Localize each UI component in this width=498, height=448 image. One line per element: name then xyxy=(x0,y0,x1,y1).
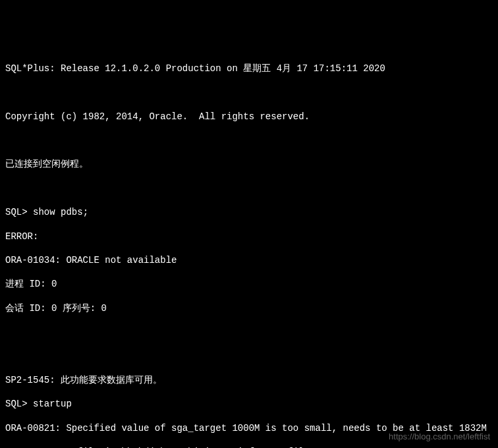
watermark-text: https://blog.csdn.net/leftfist xyxy=(389,432,490,443)
error-label: ERROR: xyxy=(5,231,493,242)
blank xyxy=(5,134,493,146)
connected-line: 已连接到空闲例程。 xyxy=(5,158,493,170)
sess-id: 会话 ID: 0 序列号: 0 xyxy=(5,302,493,314)
blank xyxy=(5,86,493,98)
terminal-output: SQL*Plus: Release 12.1.0.2.0 Production … xyxy=(5,51,493,448)
cmd-startup: SQL> startup xyxy=(5,398,493,410)
blank xyxy=(5,182,493,194)
command-text: startup xyxy=(33,399,72,409)
sql-prompt: SQL> xyxy=(5,399,33,409)
banner-line: SQL*Plus: Release 12.1.0.2.0 Production … xyxy=(5,63,493,74)
cmd-show-pdbs: SQL> show pdbs; xyxy=(5,206,493,218)
command-text: show pdbs; xyxy=(33,207,88,217)
sql-prompt: SQL> xyxy=(5,207,33,217)
ora-01034: ORA-01034: ORACLE not available xyxy=(5,254,493,266)
copyright-line: Copyright (c) 1982, 2014, Oracle. All ri… xyxy=(5,111,493,123)
proc-id: 进程 ID: 0 xyxy=(5,278,493,290)
blank xyxy=(5,350,493,362)
blank xyxy=(5,326,493,338)
sp2-error: SP2-1545: 此功能要求数据库可用。 xyxy=(5,374,493,386)
